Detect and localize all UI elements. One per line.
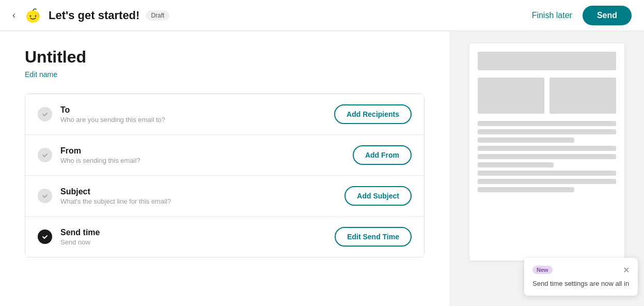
header-right: Finish later Send — [532, 6, 632, 25]
svg-point-2 — [30, 15, 32, 17]
tooltip-header: New ✕ — [532, 265, 630, 275]
form-row-subject: Subject What's the subject line for this… — [25, 176, 424, 217]
row-text-send-time: Send time Send now — [60, 228, 100, 246]
row-text-from: From Who is sending this email? — [60, 146, 140, 164]
edit-name-link[interactable]: Edit name — [25, 70, 57, 79]
add-from-button[interactable]: Add From — [353, 145, 412, 165]
row-text-to: To Who are you sending this email to? — [60, 105, 165, 124]
tooltip-close-button[interactable]: ✕ — [623, 265, 630, 275]
left-panel: Untitled Edit name To Who are you sendin… — [0, 31, 449, 306]
preview-line-7 — [478, 171, 616, 176]
preview-line-9 — [478, 187, 575, 192]
preview-line-8 — [478, 179, 616, 184]
checkmark-icon-to — [41, 111, 49, 118]
row-text-subject: Subject What's the subject line for this… — [60, 187, 171, 205]
row-sub-send-time: Send now — [60, 238, 100, 246]
preview-line-1 — [478, 121, 616, 126]
preview-header-block — [478, 52, 616, 70]
row-left-send-time: Send time Send now — [38, 228, 100, 246]
check-icon-send-time — [38, 230, 52, 244]
edit-send-time-button[interactable]: Edit Send Time — [335, 227, 412, 247]
row-label-to: To — [60, 105, 165, 115]
page-title: Untitled — [25, 48, 425, 67]
form-row-to: To Who are you sending this email to? Ad… — [25, 94, 424, 135]
check-icon-from — [38, 148, 52, 162]
row-sub-subject: What's the subject line for this email? — [60, 197, 171, 205]
row-left-to: To Who are you sending this email to? — [38, 105, 165, 124]
preview-line-5 — [478, 154, 616, 159]
preview-line-2 — [478, 129, 616, 134]
check-icon-to — [38, 107, 52, 121]
mailchimp-logo — [24, 6, 42, 25]
row-sub-to: Who are you sending this email to? — [60, 116, 165, 124]
new-badge: New — [532, 266, 553, 274]
header-title: Let's get started! — [49, 9, 139, 22]
header: ‹ Let's get started! Draft Finish later … — [0, 0, 644, 31]
header-left: ‹ Let's get started! Draft — [12, 6, 169, 25]
add-recipients-button[interactable]: Add Recipients — [334, 104, 412, 124]
row-label-send-time: Send time — [60, 228, 100, 237]
finish-later-button[interactable]: Finish later — [532, 11, 572, 20]
preview-line-6 — [478, 162, 554, 167]
tooltip-text: Send time settings are now all in — [532, 279, 630, 288]
svg-point-4 — [36, 13, 39, 17]
form-row-from: From Who is sending this email? Add From — [25, 135, 424, 176]
preview-two-col — [478, 78, 616, 114]
preview-col-right — [549, 78, 616, 114]
draft-badge: Draft — [146, 10, 169, 21]
checkmark-icon-send-time — [41, 233, 49, 240]
send-button[interactable]: Send — [583, 6, 632, 25]
check-icon-subject — [38, 189, 52, 203]
preview-line-3 — [478, 137, 575, 143]
main-layout: Untitled Edit name To Who are you sendin… — [0, 31, 644, 306]
row-label-from: From — [60, 146, 140, 156]
row-sub-from: Who is sending this email? — [60, 157, 140, 164]
checkmark-icon-from — [41, 151, 49, 159]
row-left-from: From Who is sending this email? — [38, 146, 140, 164]
email-preview — [469, 43, 624, 261]
preview-line-4 — [478, 146, 616, 151]
checkmark-icon-subject — [41, 192, 49, 200]
back-arrow-icon[interactable]: ‹ — [12, 10, 15, 21]
row-left-subject: Subject What's the subject line for this… — [38, 187, 171, 205]
tooltip-card: New ✕ Send time settings are now all in — [524, 258, 638, 296]
preview-text-lines — [478, 121, 616, 192]
add-subject-button[interactable]: Add Subject — [344, 186, 412, 206]
form-sections: To Who are you sending this email to? Ad… — [25, 94, 425, 257]
form-row-send-time: Send time Send now Edit Send Time — [25, 217, 424, 257]
right-panel: New ✕ Send time settings are now all in — [449, 31, 644, 306]
svg-point-3 — [35, 15, 37, 17]
preview-col-left — [478, 78, 544, 114]
row-label-subject: Subject — [60, 187, 171, 196]
